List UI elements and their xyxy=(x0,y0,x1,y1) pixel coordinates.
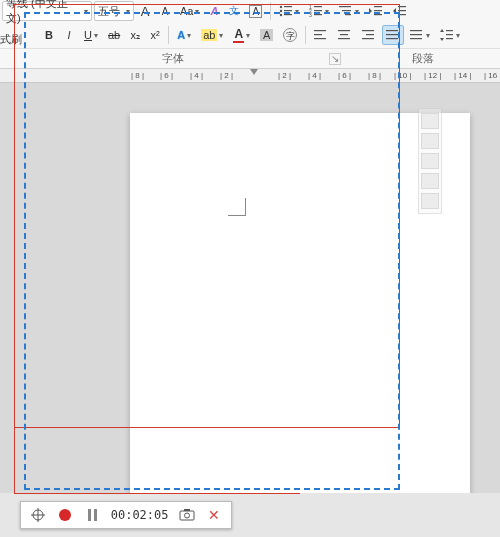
decrease-indent-button[interactable] xyxy=(365,1,387,21)
highlight-icon: ab xyxy=(201,29,217,41)
chevron-down-icon: ▾ xyxy=(219,31,223,40)
svg-rect-27 xyxy=(340,34,348,35)
decrease-font-icon: A xyxy=(162,6,169,17)
subscript-button[interactable]: x₂ xyxy=(126,25,144,45)
paragraph-group-label: 段落 xyxy=(345,49,500,68)
chevron-down-icon: ▾ xyxy=(456,31,460,40)
svg-rect-28 xyxy=(338,38,350,39)
svg-rect-42 xyxy=(446,38,453,39)
align-left-icon xyxy=(314,29,328,41)
char-shading-icon: A xyxy=(260,29,273,41)
horizontal-ruler[interactable]: | 8 | | 6 | | 4 | | 2 | | 2 | | 4 | | 6 … xyxy=(0,69,500,83)
bullets-button[interactable]: ▾ xyxy=(275,1,303,21)
align-right-button[interactable] xyxy=(358,25,380,45)
increase-indent-button[interactable] xyxy=(389,1,411,21)
ribbon-row-1: 等线 (中文正文) ▾ 五号 ▾ A A Aa ▾ A 文 A ▾ 123 ▾ … xyxy=(0,0,500,22)
text-effects-button[interactable]: A▾ xyxy=(173,25,195,45)
font-name-combo[interactable]: 等线 (中文正文) ▾ xyxy=(2,1,92,21)
numbering-icon: 123 xyxy=(309,5,323,17)
format-painter-label: 式刷 xyxy=(0,32,22,47)
phonetic-icon: 文 xyxy=(229,4,239,18)
italic-button[interactable]: I xyxy=(60,25,78,45)
screen-recorder-toolbar: 00:02:05 ✕ xyxy=(20,501,232,529)
clear-format-button[interactable]: A xyxy=(205,1,223,21)
crosshair-icon xyxy=(31,508,45,522)
recorder-pause-button[interactable] xyxy=(83,506,100,524)
strikethrough-button[interactable]: ab xyxy=(104,25,124,45)
svg-rect-40 xyxy=(446,30,453,31)
text-cursor xyxy=(228,198,246,216)
svg-rect-9 xyxy=(314,10,322,11)
recorder-close-button[interactable]: ✕ xyxy=(206,506,223,524)
recorder-target-button[interactable] xyxy=(29,506,46,524)
svg-rect-33 xyxy=(386,34,398,35)
distribute-button[interactable]: ▾ xyxy=(406,25,434,45)
decrease-font-button[interactable]: A xyxy=(156,1,174,21)
svg-rect-11 xyxy=(314,14,322,15)
char-border-icon: A xyxy=(249,5,262,18)
multilevel-icon xyxy=(339,5,353,17)
svg-rect-30 xyxy=(366,34,374,35)
underline-button[interactable]: U▾ xyxy=(80,25,102,45)
svg-rect-16 xyxy=(374,6,382,7)
align-center-button[interactable] xyxy=(334,25,356,45)
svg-point-4 xyxy=(280,14,282,16)
bold-button[interactable]: B xyxy=(40,25,58,45)
svg-rect-37 xyxy=(410,38,422,39)
recorder-screenshot-button[interactable] xyxy=(179,506,196,524)
svg-rect-12 xyxy=(339,6,351,7)
align-justify-button[interactable] xyxy=(382,25,404,45)
numbering-button[interactable]: 123 ▾ xyxy=(305,1,333,21)
chevron-down-icon: ▾ xyxy=(195,7,199,16)
strike-icon: ab xyxy=(108,29,120,41)
distribute-icon xyxy=(410,29,424,41)
svg-rect-26 xyxy=(338,30,350,31)
highlight-button[interactable]: ab▾ xyxy=(197,25,227,45)
palette-item[interactable] xyxy=(421,113,439,129)
svg-rect-21 xyxy=(398,10,406,11)
svg-rect-24 xyxy=(314,34,322,35)
superscript-button[interactable]: x² xyxy=(146,25,164,45)
paragraph-group-text: 段落 xyxy=(412,51,434,66)
increase-font-button[interactable]: A xyxy=(136,1,154,21)
enclose-chars-button[interactable]: 字 xyxy=(279,25,301,45)
chevron-down-icon: ▾ xyxy=(187,31,191,40)
align-right-icon xyxy=(362,29,376,41)
chevron-down-icon: ▾ xyxy=(325,7,329,16)
ribbon-row-2: B I U▾ ab x₂ x² A▾ ab▾ A▾ A 字 ▾ ▾ xyxy=(0,22,500,48)
char-shading-button[interactable]: A xyxy=(256,25,277,45)
line-spacing-button[interactable]: ▾ xyxy=(436,25,464,45)
palette-item[interactable] xyxy=(421,173,439,189)
font-group-label: 字体 ↘ xyxy=(0,49,345,68)
svg-point-47 xyxy=(185,513,190,518)
floating-style-palette[interactable] xyxy=(418,108,442,214)
recorder-timer: 00:02:05 xyxy=(111,508,169,522)
svg-rect-46 xyxy=(180,511,194,520)
phonetic-guide-button[interactable]: 文 xyxy=(225,1,243,21)
palette-item[interactable] xyxy=(421,153,439,169)
decrease-indent-icon xyxy=(369,5,383,17)
char-border-button[interactable]: A xyxy=(245,1,266,21)
svg-rect-29 xyxy=(362,30,374,31)
palette-item[interactable] xyxy=(421,133,439,149)
svg-rect-18 xyxy=(374,14,382,15)
superscript-icon: x² xyxy=(151,29,160,41)
palette-item[interactable] xyxy=(421,193,439,209)
ruler-indent-marker[interactable] xyxy=(250,69,258,75)
font-name-value: 等线 (中文正文) xyxy=(6,0,82,26)
svg-rect-14 xyxy=(345,14,351,15)
font-color-button[interactable]: A▾ xyxy=(229,25,254,45)
multilevel-list-button[interactable]: ▾ xyxy=(335,1,363,21)
svg-rect-23 xyxy=(314,30,326,31)
change-case-button[interactable]: Aa ▾ xyxy=(176,1,203,21)
svg-marker-39 xyxy=(440,38,444,41)
font-dialog-launcher[interactable]: ↘ xyxy=(329,53,341,65)
chevron-down-icon: ▾ xyxy=(126,7,130,16)
font-size-combo[interactable]: 五号 ▾ xyxy=(94,1,134,21)
chevron-down-icon: ▾ xyxy=(246,31,250,40)
svg-rect-13 xyxy=(342,10,351,11)
recorder-record-button[interactable] xyxy=(56,506,73,524)
align-left-button[interactable] xyxy=(310,25,332,45)
chevron-down-icon: ▾ xyxy=(295,7,299,16)
subscript-icon: x₂ xyxy=(130,29,140,42)
